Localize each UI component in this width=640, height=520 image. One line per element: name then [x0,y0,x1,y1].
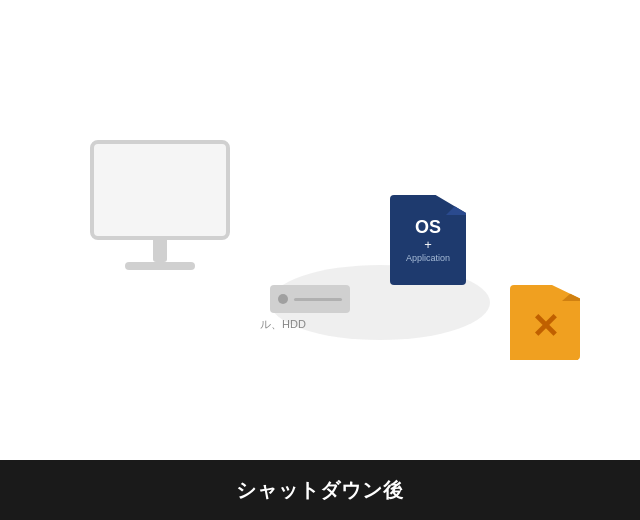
os-application-document: OS + Application [390,195,466,285]
doc-application-label: Application [406,253,450,263]
doc-os-label: OS [415,218,441,236]
monitor-icon [80,140,240,270]
doc-corner-fold [446,195,466,215]
monitor-base [125,262,195,270]
doc-body: OS + Application [390,195,466,285]
main-area: ル、HDD OS + Application ✕ [0,0,640,460]
hdd-line [294,298,342,301]
monitor-neck [153,240,167,262]
hdd-circle [278,294,288,304]
warning-body: ✕ [510,285,580,360]
footer-bar: シャットダウン後 [0,460,640,520]
hdd-box [270,285,350,313]
warning-x-symbol: ✕ [531,309,559,343]
footer-text: シャットダウン後 [236,477,404,504]
hdd-label: ル、HDD [260,317,306,332]
warning-broken-file-icon: ✕ [510,285,580,360]
monitor-screen [90,140,230,240]
warning-corner [562,285,580,301]
doc-plus-label: + [424,238,432,251]
hdd-device: ル、HDD [270,285,350,313]
